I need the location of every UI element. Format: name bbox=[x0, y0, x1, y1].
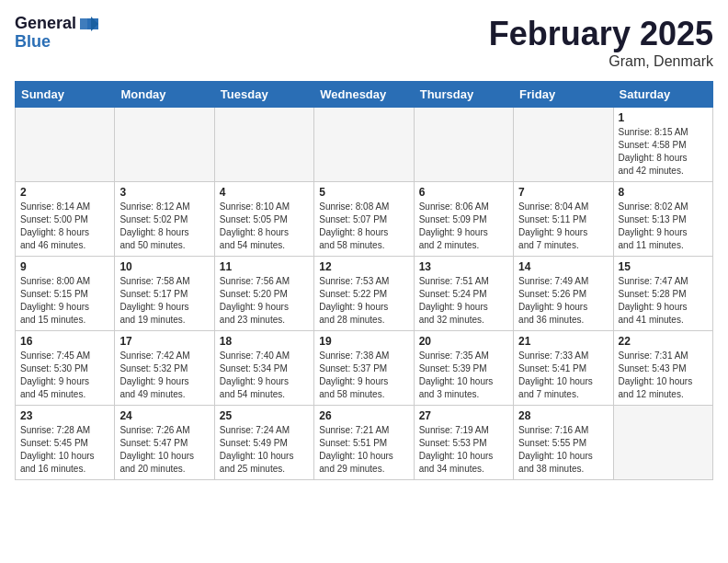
day-number: 27 bbox=[419, 409, 508, 422]
day-info: Sunrise: 7:58 AM Sunset: 5:17 PM Dayligh… bbox=[119, 275, 209, 327]
day-info: Sunrise: 8:04 AM Sunset: 5:11 PM Dayligh… bbox=[518, 201, 608, 252]
weekday-header-saturday: Saturday bbox=[613, 82, 712, 108]
calendar-cell: 6Sunrise: 8:06 AM Sunset: 5:09 PM Daylig… bbox=[414, 182, 513, 257]
calendar-cell: 26Sunrise: 7:21 AM Sunset: 5:51 PM Dayli… bbox=[314, 406, 414, 480]
day-number: 3 bbox=[119, 186, 209, 199]
day-number: 2 bbox=[20, 186, 109, 199]
day-info: Sunrise: 8:02 AM Sunset: 5:13 PM Dayligh… bbox=[619, 201, 708, 252]
calendar-table: SundayMondayTuesdayWednesdayThursdayFrid… bbox=[15, 81, 713, 480]
calendar-cell bbox=[613, 406, 712, 480]
day-number: 26 bbox=[319, 409, 408, 422]
day-number: 11 bbox=[220, 260, 309, 273]
weekday-header-friday: Friday bbox=[514, 82, 613, 108]
calendar-cell bbox=[115, 108, 214, 182]
day-number: 10 bbox=[119, 260, 209, 273]
day-number: 19 bbox=[319, 335, 408, 348]
calendar-cell: 19Sunrise: 7:38 AM Sunset: 5:37 PM Dayli… bbox=[314, 331, 414, 406]
day-info: Sunrise: 8:08 AM Sunset: 5:07 PM Dayligh… bbox=[319, 201, 408, 252]
day-info: Sunrise: 7:26 AM Sunset: 5:47 PM Dayligh… bbox=[119, 424, 209, 476]
day-info: Sunrise: 8:10 AM Sunset: 5:05 PM Dayligh… bbox=[220, 201, 309, 252]
calendar-cell bbox=[16, 108, 115, 182]
logo-text: General Blue bbox=[15, 15, 98, 52]
calendar-cell: 22Sunrise: 7:31 AM Sunset: 5:43 PM Dayli… bbox=[613, 331, 712, 406]
day-number: 7 bbox=[518, 186, 608, 199]
day-info: Sunrise: 7:51 AM Sunset: 5:24 PM Dayligh… bbox=[419, 275, 508, 327]
day-info: Sunrise: 7:31 AM Sunset: 5:43 PM Dayligh… bbox=[619, 350, 708, 401]
calendar-subtitle: Gram, Denmark bbox=[489, 53, 713, 70]
calendar-cell: 21Sunrise: 7:33 AM Sunset: 5:41 PM Dayli… bbox=[514, 331, 613, 406]
weekday-header-tuesday: Tuesday bbox=[214, 82, 313, 108]
calendar-cell: 17Sunrise: 7:42 AM Sunset: 5:32 PM Dayli… bbox=[115, 331, 214, 406]
day-number: 25 bbox=[220, 409, 309, 422]
calendar-cell bbox=[214, 108, 313, 182]
week-row-1: 1Sunrise: 8:15 AM Sunset: 4:58 PM Daylig… bbox=[16, 108, 713, 182]
logo: General Blue bbox=[15, 15, 98, 52]
day-number: 17 bbox=[119, 335, 209, 348]
day-number: 9 bbox=[20, 260, 109, 273]
calendar-cell: 7Sunrise: 8:04 AM Sunset: 5:11 PM Daylig… bbox=[514, 182, 613, 257]
weekday-header-monday: Monday bbox=[115, 82, 214, 108]
calendar-cell: 15Sunrise: 7:47 AM Sunset: 5:28 PM Dayli… bbox=[613, 257, 712, 331]
day-info: Sunrise: 8:14 AM Sunset: 5:00 PM Dayligh… bbox=[20, 201, 109, 252]
day-number: 15 bbox=[619, 260, 708, 273]
calendar-cell: 14Sunrise: 7:49 AM Sunset: 5:26 PM Dayli… bbox=[514, 257, 613, 331]
day-number: 14 bbox=[518, 260, 608, 273]
calendar-title: February 2025 bbox=[489, 15, 713, 53]
day-number: 13 bbox=[419, 260, 508, 273]
calendar-cell: 9Sunrise: 8:00 AM Sunset: 5:15 PM Daylig… bbox=[16, 257, 115, 331]
calendar-cell: 13Sunrise: 7:51 AM Sunset: 5:24 PM Dayli… bbox=[414, 257, 513, 331]
day-number: 16 bbox=[20, 335, 109, 348]
day-info: Sunrise: 8:06 AM Sunset: 5:09 PM Dayligh… bbox=[419, 201, 508, 252]
calendar-cell: 27Sunrise: 7:19 AM Sunset: 5:53 PM Dayli… bbox=[414, 406, 513, 480]
calendar-cell bbox=[314, 108, 414, 182]
calendar-cell: 20Sunrise: 7:35 AM Sunset: 5:39 PM Dayli… bbox=[414, 331, 513, 406]
day-number: 24 bbox=[119, 409, 209, 422]
day-info: Sunrise: 7:21 AM Sunset: 5:51 PM Dayligh… bbox=[319, 424, 408, 476]
calendar-cell: 3Sunrise: 8:12 AM Sunset: 5:02 PM Daylig… bbox=[115, 182, 214, 257]
day-number: 6 bbox=[419, 186, 508, 199]
day-number: 4 bbox=[220, 186, 309, 199]
day-number: 18 bbox=[220, 335, 309, 348]
calendar-cell: 12Sunrise: 7:53 AM Sunset: 5:22 PM Dayli… bbox=[314, 257, 414, 331]
day-info: Sunrise: 8:12 AM Sunset: 5:02 PM Dayligh… bbox=[119, 201, 209, 252]
calendar-cell: 10Sunrise: 7:58 AM Sunset: 5:17 PM Dayli… bbox=[115, 257, 214, 331]
day-info: Sunrise: 7:28 AM Sunset: 5:45 PM Dayligh… bbox=[20, 424, 109, 476]
weekday-header-sunday: Sunday bbox=[16, 82, 115, 108]
title-area: February 2025 Gram, Denmark bbox=[489, 15, 713, 70]
calendar-cell: 18Sunrise: 7:40 AM Sunset: 5:34 PM Dayli… bbox=[214, 331, 313, 406]
day-info: Sunrise: 7:47 AM Sunset: 5:28 PM Dayligh… bbox=[619, 275, 708, 327]
day-info: Sunrise: 7:35 AM Sunset: 5:39 PM Dayligh… bbox=[419, 350, 508, 401]
calendar-cell: 11Sunrise: 7:56 AM Sunset: 5:20 PM Dayli… bbox=[214, 257, 313, 331]
day-number: 12 bbox=[319, 260, 408, 273]
day-info: Sunrise: 7:38 AM Sunset: 5:37 PM Dayligh… bbox=[319, 350, 408, 401]
calendar-cell bbox=[414, 108, 513, 182]
day-info: Sunrise: 7:19 AM Sunset: 5:53 PM Dayligh… bbox=[419, 424, 508, 476]
week-row-3: 9Sunrise: 8:00 AM Sunset: 5:15 PM Daylig… bbox=[16, 257, 713, 331]
week-row-4: 16Sunrise: 7:45 AM Sunset: 5:30 PM Dayli… bbox=[16, 331, 713, 406]
day-info: Sunrise: 8:15 AM Sunset: 4:58 PM Dayligh… bbox=[619, 126, 708, 178]
day-info: Sunrise: 8:00 AM Sunset: 5:15 PM Dayligh… bbox=[20, 275, 109, 327]
day-info: Sunrise: 7:56 AM Sunset: 5:20 PM Dayligh… bbox=[220, 275, 309, 327]
logo-general: General bbox=[15, 15, 76, 33]
day-number: 28 bbox=[518, 409, 608, 422]
day-info: Sunrise: 7:45 AM Sunset: 5:30 PM Dayligh… bbox=[20, 350, 109, 401]
day-number: 22 bbox=[619, 335, 708, 348]
week-row-2: 2Sunrise: 8:14 AM Sunset: 5:00 PM Daylig… bbox=[16, 182, 713, 257]
calendar-cell: 16Sunrise: 7:45 AM Sunset: 5:30 PM Dayli… bbox=[16, 331, 115, 406]
calendar-cell: 2Sunrise: 8:14 AM Sunset: 5:00 PM Daylig… bbox=[16, 182, 115, 257]
logo-blue: Blue bbox=[15, 33, 98, 52]
day-info: Sunrise: 7:16 AM Sunset: 5:55 PM Dayligh… bbox=[518, 424, 608, 476]
calendar-cell: 24Sunrise: 7:26 AM Sunset: 5:47 PM Dayli… bbox=[115, 406, 214, 480]
header: General Blue February 2025 Gram, Denmark bbox=[15, 15, 713, 70]
day-number: 20 bbox=[419, 335, 508, 348]
calendar-cell: 5Sunrise: 8:08 AM Sunset: 5:07 PM Daylig… bbox=[314, 182, 414, 257]
day-number: 1 bbox=[619, 111, 708, 124]
day-number: 8 bbox=[619, 186, 708, 199]
calendar-cell bbox=[514, 108, 613, 182]
day-info: Sunrise: 7:24 AM Sunset: 5:49 PM Dayligh… bbox=[220, 424, 309, 476]
day-number: 21 bbox=[518, 335, 608, 348]
day-number: 5 bbox=[319, 186, 408, 199]
day-info: Sunrise: 7:40 AM Sunset: 5:34 PM Dayligh… bbox=[220, 350, 309, 401]
calendar-cell: 28Sunrise: 7:16 AM Sunset: 5:55 PM Dayli… bbox=[514, 406, 613, 480]
weekday-header-wednesday: Wednesday bbox=[314, 82, 414, 108]
